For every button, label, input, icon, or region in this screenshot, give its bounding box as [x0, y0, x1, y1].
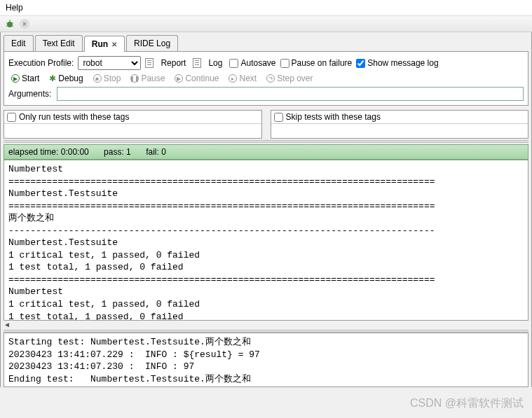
next-button[interactable]: ▸Next	[226, 73, 259, 84]
play-icon: ▶	[11, 74, 20, 83]
only-tags-checkbox[interactable]	[7, 113, 16, 122]
report-button[interactable]: Report	[158, 57, 189, 69]
test-output-console[interactable]: Numbertest =============================…	[4, 160, 528, 321]
svg-line-4	[6, 25, 8, 27]
report-icon	[145, 58, 154, 68]
skip-tags-label: Skip tests with these tags	[286, 112, 381, 122]
pause-button[interactable]: ❚❚Pause	[128, 73, 168, 84]
continue-icon: ▶	[175, 74, 183, 83]
only-tags-label: Only run tests with these tags	[19, 112, 129, 122]
show-message-log-checkbox[interactable]: Show message log	[356, 58, 438, 68]
bug-icon	[4, 18, 15, 29]
step-over-button[interactable]: ↷Step over	[264, 73, 315, 84]
tab-run[interactable]: Run✕	[84, 36, 125, 52]
message-log-console[interactable]: Starting test: Numbertest.Testsuite.两个数之…	[4, 333, 528, 387]
only-tags-box: Only run tests with these tags	[4, 110, 262, 139]
main-panel: Edit Text Edit Run✕ RIDE Log Execution P…	[0, 32, 532, 387]
status-bar: elapsed time: 0:00:00 pass: 1 fail: 0	[4, 144, 528, 160]
autosave-checkbox[interactable]: Autosave	[229, 58, 275, 68]
log-icon	[193, 58, 201, 68]
svg-line-5	[12, 25, 13, 27]
menu-help[interactable]: Help	[6, 3, 23, 13]
continue-button[interactable]: ▶Continue	[172, 73, 221, 84]
svg-line-3	[12, 22, 13, 24]
skip-tags-checkbox[interactable]	[274, 113, 283, 122]
pause-on-failure-checkbox[interactable]: Pause on failure	[280, 58, 353, 68]
pause-icon: ❚❚	[130, 74, 139, 83]
execution-profile-label: Execution Profile:	[8, 58, 74, 68]
bug-icon: ✱	[49, 74, 56, 83]
step-over-icon: ↷	[266, 74, 275, 83]
pass-count: pass: 1	[104, 147, 131, 157]
start-button[interactable]: ▶Start	[8, 73, 42, 84]
fail-count: fail: 0	[146, 147, 166, 157]
next-icon: ▸	[229, 74, 237, 83]
close-icon[interactable]: ✕	[111, 41, 117, 48]
log-button[interactable]: Log	[205, 57, 225, 69]
skip-tags-box: Skip tests with these tags	[271, 110, 529, 139]
tab-ride-log[interactable]: RIDE Log	[126, 35, 178, 51]
tab-text-edit[interactable]: Text Edit	[35, 35, 83, 51]
run-options-panel: Execution Profile: robot Report Log Auto…	[4, 51, 528, 106]
elapsed-time: elapsed time: 0:00:00	[8, 147, 89, 157]
tab-edit[interactable]: Edit	[4, 35, 34, 51]
only-tags-input[interactable]	[4, 124, 261, 138]
tags-row: Only run tests with these tags Skip test…	[1, 109, 531, 140]
svg-line-2	[6, 22, 8, 24]
arguments-label: Arguments:	[8, 89, 53, 99]
debug-button[interactable]: ✱Debug	[46, 73, 86, 84]
execution-profile-select[interactable]: robot	[78, 56, 141, 70]
scroll-left-icon[interactable]: ◄	[4, 321, 11, 328]
skip-tags-input[interactable]	[271, 124, 528, 138]
arguments-input[interactable]	[57, 87, 524, 101]
tab-bar: Edit Text Edit Run✕ RIDE Log	[1, 32, 531, 51]
svg-point-0	[7, 22, 13, 27]
window-toolbar: ×	[0, 16, 532, 32]
close-icon[interactable]: ×	[20, 19, 29, 29]
menubar: Help	[0, 0, 532, 16]
stop-icon: ■	[93, 74, 102, 83]
splitter[interactable]	[4, 140, 528, 143]
stop-button[interactable]: ■Stop	[90, 73, 124, 84]
